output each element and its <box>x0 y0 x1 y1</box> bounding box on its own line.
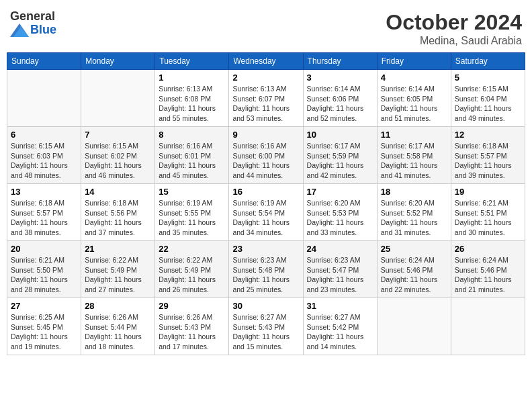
day-info: Sunrise: 6:22 AMSunset: 5:49 PMDaylight:… <box>85 255 151 295</box>
calendar-cell: 11Sunrise: 6:17 AMSunset: 5:58 PMDayligh… <box>377 127 451 184</box>
calendar-cell: 4Sunrise: 6:14 AMSunset: 6:05 PMDaylight… <box>377 70 451 127</box>
calendar-cell: 29Sunrise: 6:26 AMSunset: 5:43 PMDayligh… <box>155 298 229 355</box>
calendar-cell: 5Sunrise: 6:15 AMSunset: 6:04 PMDaylight… <box>451 70 525 127</box>
day-number: 5 <box>455 73 521 83</box>
day-number: 10 <box>307 130 373 140</box>
calendar-week-row: 6Sunrise: 6:15 AMSunset: 6:03 PMDaylight… <box>7 127 525 184</box>
calendar-cell: 27Sunrise: 6:25 AMSunset: 5:45 PMDayligh… <box>7 298 81 355</box>
day-number: 23 <box>232 244 299 254</box>
day-info: Sunrise: 6:15 AMSunset: 6:03 PMDaylight:… <box>11 141 77 181</box>
calendar-title: October 2024 <box>386 10 522 35</box>
day-info: Sunrise: 6:26 AMSunset: 5:44 PMDaylight:… <box>85 312 151 352</box>
day-number: 30 <box>232 301 299 311</box>
page-header: General Blue October 2024 Medina, Saudi … <box>7 7 525 47</box>
day-number: 7 <box>85 130 151 140</box>
day-number: 12 <box>455 130 521 140</box>
calendar-cell: 3Sunrise: 6:14 AMSunset: 6:06 PMDaylight… <box>303 70 377 127</box>
day-number: 8 <box>159 130 225 140</box>
calendar-week-row: 20Sunrise: 6:21 AMSunset: 5:50 PMDayligh… <box>7 241 525 298</box>
day-info: Sunrise: 6:18 AMSunset: 5:57 PMDaylight:… <box>11 198 77 238</box>
day-info: Sunrise: 6:16 AMSunset: 6:00 PMDaylight:… <box>232 141 299 181</box>
day-number: 21 <box>85 244 151 254</box>
day-number: 4 <box>381 73 447 83</box>
calendar-cell: 2Sunrise: 6:13 AMSunset: 6:07 PMDaylight… <box>229 70 303 127</box>
calendar-location: Medina, Saudi Arabia <box>386 35 522 47</box>
day-number: 3 <box>307 73 373 83</box>
calendar-cell: 1Sunrise: 6:13 AMSunset: 6:08 PMDaylight… <box>155 70 229 127</box>
calendar-table: SundayMondayTuesdayWednesdayThursdayFrid… <box>7 52 525 355</box>
calendar-cell: 6Sunrise: 6:15 AMSunset: 6:03 PMDaylight… <box>7 127 81 184</box>
day-info: Sunrise: 6:21 AMSunset: 5:51 PMDaylight:… <box>455 198 521 238</box>
calendar-cell: 18Sunrise: 6:20 AMSunset: 5:52 PMDayligh… <box>377 184 451 241</box>
day-info: Sunrise: 6:24 AMSunset: 5:46 PMDaylight:… <box>381 255 447 295</box>
day-number: 24 <box>307 244 373 254</box>
logo-general: General <box>10 10 55 24</box>
header-saturday: Saturday <box>451 53 525 70</box>
day-number: 27 <box>11 301 77 311</box>
day-info: Sunrise: 6:25 AMSunset: 5:45 PMDaylight:… <box>11 312 77 352</box>
header-tuesday: Tuesday <box>155 53 229 70</box>
day-info: Sunrise: 6:26 AMSunset: 5:43 PMDaylight:… <box>159 312 225 352</box>
day-info: Sunrise: 6:19 AMSunset: 5:54 PMDaylight:… <box>232 198 299 238</box>
calendar-cell: 9Sunrise: 6:16 AMSunset: 6:00 PMDaylight… <box>229 127 303 184</box>
day-number: 19 <box>455 187 521 197</box>
day-info: Sunrise: 6:19 AMSunset: 5:55 PMDaylight:… <box>159 198 225 238</box>
calendar-cell: 13Sunrise: 6:18 AMSunset: 5:57 PMDayligh… <box>7 184 81 241</box>
calendar-cell: 28Sunrise: 6:26 AMSunset: 5:44 PMDayligh… <box>81 298 155 355</box>
day-number: 31 <box>307 301 373 311</box>
calendar-week-row: 13Sunrise: 6:18 AMSunset: 5:57 PMDayligh… <box>7 184 525 241</box>
calendar-cell: 12Sunrise: 6:18 AMSunset: 5:57 PMDayligh… <box>451 127 525 184</box>
header-monday: Monday <box>81 53 155 70</box>
calendar-cell: 17Sunrise: 6:20 AMSunset: 5:53 PMDayligh… <box>303 184 377 241</box>
calendar-cell <box>81 70 155 127</box>
day-info: Sunrise: 6:27 AMSunset: 5:43 PMDaylight:… <box>232 312 299 352</box>
day-number: 20 <box>11 244 77 254</box>
day-info: Sunrise: 6:24 AMSunset: 5:46 PMDaylight:… <box>455 255 521 295</box>
logo-icon <box>10 24 29 37</box>
title-block: October 2024 Medina, Saudi Arabia <box>386 10 522 47</box>
day-info: Sunrise: 6:22 AMSunset: 5:49 PMDaylight:… <box>159 255 225 295</box>
calendar-cell: 8Sunrise: 6:16 AMSunset: 6:01 PMDaylight… <box>155 127 229 184</box>
day-number: 25 <box>381 244 447 254</box>
day-info: Sunrise: 6:20 AMSunset: 5:53 PMDaylight:… <box>307 198 373 238</box>
day-number: 6 <box>11 130 77 140</box>
calendar-cell: 30Sunrise: 6:27 AMSunset: 5:43 PMDayligh… <box>229 298 303 355</box>
day-info: Sunrise: 6:17 AMSunset: 5:59 PMDaylight:… <box>307 141 373 181</box>
day-number: 9 <box>232 130 299 140</box>
day-number: 11 <box>381 130 447 140</box>
logo: General Blue <box>10 10 56 37</box>
day-number: 29 <box>159 301 225 311</box>
day-info: Sunrise: 6:14 AMSunset: 6:06 PMDaylight:… <box>307 84 373 124</box>
day-number: 2 <box>232 73 299 83</box>
day-info: Sunrise: 6:17 AMSunset: 5:58 PMDaylight:… <box>381 141 447 181</box>
day-number: 15 <box>159 187 225 197</box>
calendar-cell <box>7 70 81 127</box>
day-number: 14 <box>85 187 151 197</box>
header-wednesday: Wednesday <box>229 53 303 70</box>
day-info: Sunrise: 6:21 AMSunset: 5:50 PMDaylight:… <box>11 255 77 295</box>
day-number: 13 <box>11 187 77 197</box>
day-info: Sunrise: 6:18 AMSunset: 5:56 PMDaylight:… <box>85 198 151 238</box>
day-info: Sunrise: 6:14 AMSunset: 6:05 PMDaylight:… <box>381 84 447 124</box>
day-number: 22 <box>159 244 225 254</box>
calendar-cell <box>377 298 451 355</box>
calendar-cell: 23Sunrise: 6:23 AMSunset: 5:48 PMDayligh… <box>229 241 303 298</box>
calendar-cell: 22Sunrise: 6:22 AMSunset: 5:49 PMDayligh… <box>155 241 229 298</box>
header-friday: Friday <box>377 53 451 70</box>
calendar-cell: 20Sunrise: 6:21 AMSunset: 5:50 PMDayligh… <box>7 241 81 298</box>
day-number: 16 <box>232 187 299 197</box>
calendar-cell: 24Sunrise: 6:23 AMSunset: 5:47 PMDayligh… <box>303 241 377 298</box>
day-info: Sunrise: 6:13 AMSunset: 6:08 PMDaylight:… <box>159 84 225 124</box>
day-info: Sunrise: 6:23 AMSunset: 5:48 PMDaylight:… <box>232 255 299 295</box>
calendar-cell: 21Sunrise: 6:22 AMSunset: 5:49 PMDayligh… <box>81 241 155 298</box>
calendar-cell: 7Sunrise: 6:15 AMSunset: 6:02 PMDaylight… <box>81 127 155 184</box>
day-number: 26 <box>455 244 521 254</box>
calendar-header-row: SundayMondayTuesdayWednesdayThursdayFrid… <box>7 53 525 70</box>
day-number: 17 <box>307 187 373 197</box>
calendar-cell: 14Sunrise: 6:18 AMSunset: 5:56 PMDayligh… <box>81 184 155 241</box>
day-number: 28 <box>85 301 151 311</box>
day-info: Sunrise: 6:16 AMSunset: 6:01 PMDaylight:… <box>159 141 225 181</box>
calendar-cell: 15Sunrise: 6:19 AMSunset: 5:55 PMDayligh… <box>155 184 229 241</box>
calendar-cell: 16Sunrise: 6:19 AMSunset: 5:54 PMDayligh… <box>229 184 303 241</box>
day-number: 18 <box>381 187 447 197</box>
